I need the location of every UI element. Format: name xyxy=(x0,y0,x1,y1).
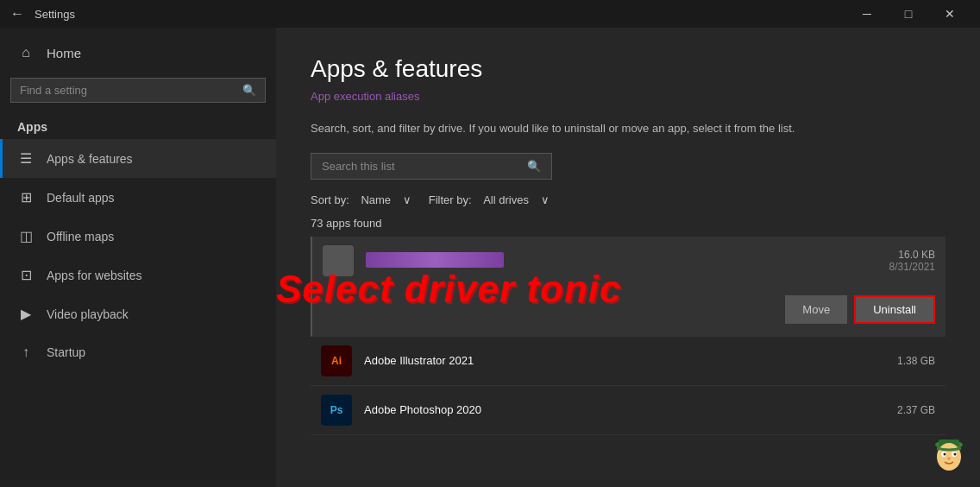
adobe-illustrator-info: Adobe Illustrator 2021 xyxy=(364,354,885,367)
page-title: Apps & features xyxy=(311,55,945,83)
filter-button[interactable]: Filter by: All drives ∨ xyxy=(429,193,550,206)
redacted-app-name xyxy=(366,252,504,268)
move-button[interactable]: Move xyxy=(785,295,847,324)
apps-count: 73 apps found xyxy=(311,217,945,230)
app-execution-aliases-link[interactable]: App execution aliases xyxy=(311,90,419,103)
sidebar-item-offline-maps[interactable]: ◫ Offline maps xyxy=(0,217,276,256)
sidebar-item-apps-websites[interactable]: ⊡ Apps for websites xyxy=(0,256,276,294)
mascot-image xyxy=(926,433,973,480)
sidebar: ⌂ Home 🔍 Apps ☰ Apps & features ⊞ Defaul… xyxy=(0,28,276,487)
apps-websites-label: Apps for websites xyxy=(47,269,142,282)
app-container: ⌂ Home 🔍 Apps ☰ Apps & features ⊞ Defaul… xyxy=(0,28,980,487)
default-apps-icon: ⊞ xyxy=(17,189,35,206)
apps-websites-icon: ⊡ xyxy=(17,267,35,283)
svg-point-2 xyxy=(937,443,961,471)
adobe-photoshop-info: Adobe Photoshop 2020 xyxy=(364,403,885,416)
sort-button[interactable]: Sort by: Name ∨ xyxy=(311,193,411,206)
sort-filter-row: Sort by: Name ∨ Filter by: All drives ∨ xyxy=(311,193,945,206)
svg-point-5 xyxy=(944,453,946,456)
apps-features-label: Apps & features xyxy=(47,152,133,166)
window-controls: ─ □ ✕ xyxy=(847,0,970,28)
titlebar: ← Settings ─ □ ✕ xyxy=(0,0,980,28)
offline-maps-icon: ◫ xyxy=(17,228,35,244)
svg-point-7 xyxy=(947,458,951,460)
main-description: Search, sort, and filter by drive. If yo… xyxy=(311,120,945,137)
adobe-photoshop-icon: Ps xyxy=(321,395,352,426)
expanded-app-size: 16.0 KB xyxy=(889,249,935,261)
offline-maps-label: Offline maps xyxy=(47,230,114,244)
home-label: Home xyxy=(47,46,81,60)
sidebar-item-home[interactable]: ⌂ Home xyxy=(0,35,276,71)
expanded-app-date: 8/31/2021 xyxy=(889,261,935,273)
sort-chevron-icon: ∨ xyxy=(403,193,411,206)
expanded-app-row: 16.0 KB 8/31/2021 xyxy=(323,245,935,276)
maximize-button[interactable]: □ xyxy=(889,0,928,28)
app-search-input[interactable] xyxy=(322,160,520,173)
list-item[interactable]: 16.0 KB 8/31/2021 Move Uninstall xyxy=(311,237,945,337)
main-content: Apps & features App execution aliases Se… xyxy=(276,28,980,487)
adobe-illustrator-icon: Ai xyxy=(321,345,352,376)
sidebar-item-startup[interactable]: ↑ Startup xyxy=(0,333,276,371)
sidebar-item-default-apps[interactable]: ⊞ Default apps xyxy=(0,178,276,217)
titlebar-title: Settings xyxy=(35,8,75,21)
expanded-app-name xyxy=(366,250,877,270)
adobe-photoshop-name: Adobe Photoshop 2020 xyxy=(364,403,885,416)
home-icon: ⌂ xyxy=(17,45,35,60)
sidebar-section-label: Apps xyxy=(0,113,276,139)
svg-point-6 xyxy=(954,453,957,456)
back-button[interactable]: ← xyxy=(10,6,24,22)
adobe-illustrator-name: Adobe Illustrator 2021 xyxy=(364,354,885,367)
app-list: 16.0 KB 8/31/2021 Move Uninstall Ai Adob… xyxy=(311,237,945,435)
sort-label: Sort by: xyxy=(311,193,349,206)
apps-features-icon: ☰ xyxy=(17,150,35,167)
startup-label: Startup xyxy=(47,345,85,359)
sidebar-search-icon: 🔍 xyxy=(242,84,256,97)
close-button[interactable]: ✕ xyxy=(930,0,970,28)
expanded-app-info xyxy=(366,250,877,270)
sidebar-item-video-playback[interactable]: ▶ Video playback xyxy=(0,294,276,333)
app-search-box[interactable]: 🔍 xyxy=(311,153,552,180)
filter-label: Filter by: xyxy=(429,193,472,206)
filter-chevron-icon: ∨ xyxy=(541,193,550,206)
app-icon xyxy=(323,245,354,276)
video-playback-icon: ▶ xyxy=(17,306,35,322)
default-apps-label: Default apps xyxy=(47,191,115,205)
search-icon: 🔍 xyxy=(527,160,541,173)
filter-value: All drives xyxy=(483,193,529,206)
list-item[interactable]: Ai Adobe Illustrator 2021 1.38 GB xyxy=(311,337,945,386)
expanded-app-size-area: 16.0 KB 8/31/2021 xyxy=(889,249,935,273)
startup-icon: ↑ xyxy=(17,345,35,360)
video-playback-label: Video playback xyxy=(47,307,129,321)
sidebar-search-input[interactable] xyxy=(20,84,236,97)
sort-value: Name xyxy=(361,193,391,206)
sidebar-search-box[interactable]: 🔍 xyxy=(10,78,266,103)
list-item[interactable]: Ps Adobe Photoshop 2020 2.37 GB xyxy=(311,386,945,435)
minimize-button[interactable]: ─ xyxy=(847,0,887,28)
adobe-photoshop-size: 2.37 GB xyxy=(897,404,935,416)
expanded-app-actions: Move Uninstall xyxy=(323,288,935,327)
sidebar-item-apps-features[interactable]: ☰ Apps & features xyxy=(0,139,276,178)
adobe-illustrator-size: 1.38 GB xyxy=(897,355,935,367)
uninstall-button[interactable]: Uninstall xyxy=(854,295,935,324)
